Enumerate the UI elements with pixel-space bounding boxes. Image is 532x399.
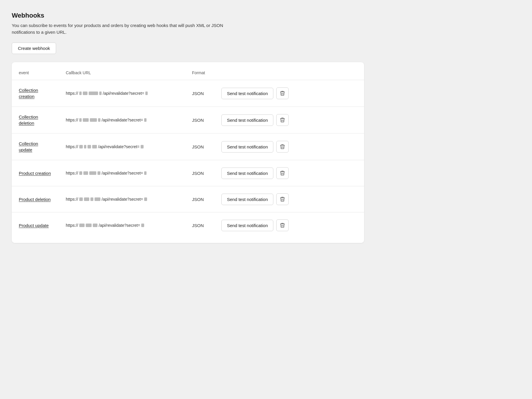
- page-title: Webhooks: [12, 12, 364, 19]
- delete-button-3[interactable]: [276, 167, 289, 179]
- delete-button-4[interactable]: [276, 193, 289, 205]
- trash-icon: [280, 144, 285, 149]
- url-suffix: /api/revalidate?secret=: [102, 118, 143, 122]
- actions-cell-2: Send test notification: [214, 133, 364, 160]
- format-cell-1: JSON: [185, 107, 214, 133]
- url-cell-3: https:///api/revalidate?secret=: [59, 160, 185, 186]
- url-redacted-block: [89, 92, 98, 95]
- header-event: event: [12, 67, 59, 80]
- trash-icon: [280, 170, 285, 176]
- url-redacted-block: [79, 197, 83, 201]
- event-link-1[interactable]: Collection deletion: [19, 114, 52, 126]
- event-cell-3: Product creation: [12, 160, 59, 186]
- url-suffix: /api/revalidate?secret=: [102, 197, 143, 202]
- url-redacted-block: [79, 92, 82, 95]
- event-cell-4: Product deletion: [12, 186, 59, 212]
- table-row: Product deletionhttps:///api/revalidate?…: [12, 186, 364, 212]
- send-test-button-3[interactable]: Send test notification: [221, 168, 273, 179]
- url-redacted-block: [79, 224, 85, 227]
- url-redacted-block: [83, 171, 88, 175]
- header-format: Format: [185, 67, 214, 80]
- url-prefix: https://: [66, 118, 78, 122]
- url-redacted-block: [99, 92, 102, 95]
- url-redacted-block: [83, 118, 89, 122]
- actions-cell-5: Send test notification: [214, 212, 364, 239]
- page-container: Webhooks You can subscribe to events for…: [12, 12, 364, 243]
- trash-icon: [280, 223, 285, 228]
- event-cell-5: Product update: [12, 212, 59, 239]
- send-test-button-5[interactable]: Send test notification: [221, 220, 273, 231]
- delete-button-2[interactable]: [276, 141, 289, 153]
- actions-cell-4: Send test notification: [214, 186, 364, 212]
- create-webhook-button[interactable]: Create webhook: [12, 43, 56, 54]
- url-suffix: /api/revalidate?secret=: [103, 91, 144, 96]
- url-prefix: https://: [66, 171, 78, 175]
- url-redacted-block: [86, 224, 92, 227]
- event-link-3[interactable]: Product creation: [19, 170, 51, 176]
- url-redacted-block: [93, 224, 97, 227]
- url-redacted-block: [98, 118, 100, 122]
- url-secret-redacted: [141, 145, 144, 148]
- url-cell-4: https:///api/revalidate?secret=: [59, 186, 185, 212]
- event-cell-0: Collection creation: [12, 80, 59, 107]
- event-link-0[interactable]: Collection creation: [19, 87, 52, 99]
- url-redacted-block: [83, 92, 87, 95]
- header-actions: [214, 67, 364, 80]
- actions-cell-0: Send test notification: [214, 80, 364, 107]
- url-prefix: https://: [66, 144, 78, 149]
- url-secret-redacted: [144, 171, 147, 175]
- header-callback-url: Callback URL: [59, 67, 185, 80]
- send-test-button-0[interactable]: Send test notification: [221, 88, 273, 99]
- actions-cell-3: Send test notification: [214, 160, 364, 186]
- webhooks-table-card: event Callback URL Format Collection cre…: [12, 62, 364, 243]
- table-header: event Callback URL Format: [12, 67, 364, 80]
- url-redacted-block: [89, 171, 96, 175]
- url-suffix: /api/revalidate?secret=: [102, 171, 143, 175]
- url-redacted-block: [95, 197, 100, 201]
- url-redacted-block: [84, 197, 89, 201]
- format-cell-2: JSON: [185, 133, 214, 160]
- event-cell-2: Collection update: [12, 133, 59, 160]
- send-test-button-2[interactable]: Send test notification: [221, 141, 273, 153]
- url-prefix: https://: [66, 91, 78, 96]
- url-redacted-block: [79, 118, 82, 122]
- table-header-row: event Callback URL Format: [12, 67, 364, 80]
- table-body: Collection creationhttps:///api/revalida…: [12, 80, 364, 239]
- webhooks-table: event Callback URL Format Collection cre…: [12, 67, 364, 238]
- url-cell-5: https:///api/revalidate?secret=: [59, 212, 185, 239]
- delete-button-0[interactable]: [276, 87, 289, 99]
- event-cell-1: Collection deletion: [12, 107, 59, 133]
- delete-button-5[interactable]: [276, 219, 289, 231]
- trash-icon: [280, 117, 285, 123]
- event-link-2[interactable]: Collection update: [19, 141, 52, 153]
- url-redacted-block: [84, 145, 86, 148]
- table-row: Collection deletionhttps:///api/revalida…: [12, 107, 364, 133]
- url-cell-2: https:///api/revalidate?secret=: [59, 133, 185, 160]
- send-test-button-4[interactable]: Send test notification: [221, 194, 273, 205]
- url-redacted-block: [92, 145, 97, 148]
- format-cell-3: JSON: [185, 160, 214, 186]
- page-description: You can subscribe to events for your pro…: [12, 22, 235, 35]
- url-suffix: /api/revalidate?secret=: [98, 144, 139, 149]
- event-link-5[interactable]: Product update: [19, 222, 49, 229]
- url-secret-redacted: [145, 92, 148, 95]
- format-cell-4: JSON: [185, 186, 214, 212]
- table-row: Product updatehttps:///api/revalidate?se…: [12, 212, 364, 239]
- url-suffix: /api/revalidate?secret=: [99, 223, 140, 228]
- url-redacted-block: [79, 145, 83, 148]
- trash-icon: [280, 197, 285, 202]
- event-link-4[interactable]: Product deletion: [19, 196, 50, 202]
- send-test-button-1[interactable]: Send test notification: [221, 114, 273, 126]
- delete-button-1[interactable]: [276, 114, 289, 126]
- url-secret-redacted: [141, 224, 144, 227]
- format-cell-5: JSON: [185, 212, 214, 239]
- url-cell-1: https:///api/revalidate?secret=: [59, 107, 185, 133]
- url-cell-0: https:///api/revalidate?secret=: [59, 80, 185, 107]
- url-redacted-block: [90, 197, 93, 201]
- url-redacted-block: [87, 145, 91, 148]
- actions-cell-1: Send test notification: [214, 107, 364, 133]
- url-prefix: https://: [66, 197, 78, 202]
- url-redacted-block: [97, 171, 100, 175]
- trash-icon: [280, 91, 285, 96]
- format-cell-0: JSON: [185, 80, 214, 107]
